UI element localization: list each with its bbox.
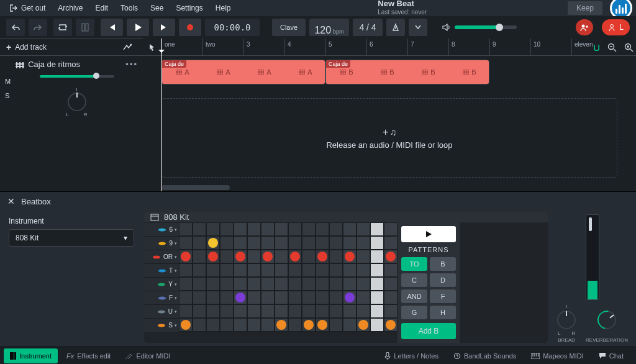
seq-cell[interactable]	[179, 318, 193, 332]
seq-cell[interactable]	[179, 263, 193, 277]
seq-cell[interactable]	[275, 304, 288, 318]
seq-cell[interactable]	[316, 222, 329, 236]
menu-tools[interactable]: Tools	[114, 0, 144, 16]
seq-cell[interactable]	[357, 236, 370, 250]
master-volume[interactable]	[442, 24, 517, 31]
tab-chat[interactable]: Chat	[593, 348, 630, 363]
keep-button[interactable]: Keep	[568, 1, 602, 15]
seq-cell[interactable]	[343, 250, 357, 263]
seq-cell[interactable]	[329, 318, 343, 332]
pattern-B[interactable]: B	[430, 257, 456, 271]
seq-cell[interactable]	[261, 250, 275, 263]
seq-cell[interactable]	[275, 263, 288, 277]
ruler[interactable]: onetwo345678910eleven	[143, 39, 636, 56]
clave-button[interactable]: Clave	[272, 19, 306, 36]
seq-cell[interactable]	[384, 222, 398, 236]
seq-cell[interactable]	[275, 277, 288, 291]
seq-cell[interactable]	[370, 222, 384, 236]
drop-zone[interactable]: +♫ Release an audio / MIDI file or loop	[161, 98, 617, 178]
seq-row-label[interactable]: U▾	[144, 304, 179, 318]
seq-cell[interactable]	[316, 318, 329, 332]
seq-cell[interactable]	[206, 263, 220, 277]
seq-cell[interactable]	[193, 304, 206, 318]
seq-cell[interactable]	[329, 291, 343, 304]
zoom-in-button[interactable]	[624, 43, 634, 52]
seq-cell[interactable]	[261, 304, 275, 318]
seq-cell[interactable]	[261, 291, 275, 304]
seq-cell[interactable]	[179, 222, 193, 236]
seq-cell[interactable]	[220, 291, 234, 304]
tuner-button[interactable]	[386, 19, 405, 36]
output-fader[interactable]	[589, 217, 592, 231]
add-pattern-button[interactable]: Add B	[401, 323, 456, 339]
seq-cell[interactable]	[220, 222, 234, 236]
pattern-play-button[interactable]	[401, 226, 456, 242]
seq-cell[interactable]	[343, 236, 357, 250]
menu-settings[interactable]: Settings	[170, 0, 209, 16]
seq-cell[interactable]	[247, 222, 261, 236]
seq-cell[interactable]	[247, 236, 261, 250]
tab-letters-notes[interactable]: Letters / Notes	[378, 348, 445, 363]
seq-cell[interactable]	[302, 263, 316, 277]
seq-cell[interactable]	[206, 304, 220, 318]
seq-cell[interactable]	[384, 318, 398, 332]
snap-button[interactable]: U	[593, 42, 600, 53]
seq-cell[interactable]	[193, 291, 206, 304]
seq-cell[interactable]	[234, 236, 247, 250]
skip-end-button[interactable]	[153, 19, 175, 36]
seq-cell[interactable]	[220, 250, 234, 263]
seq-cell[interactable]	[220, 318, 234, 332]
seq-cell[interactable]	[206, 318, 220, 332]
seq-cell[interactable]	[343, 222, 357, 236]
seq-cell[interactable]	[302, 277, 316, 291]
seq-cell[interactable]	[302, 291, 316, 304]
tab-instrument[interactable]: Instrument	[4, 348, 58, 363]
seq-cell[interactable]	[343, 291, 357, 304]
tab-sounds[interactable]: BandLab Sounds	[447, 348, 522, 363]
seq-cell[interactable]	[288, 222, 302, 236]
seq-cell[interactable]	[370, 291, 384, 304]
seq-cell[interactable]	[234, 222, 247, 236]
seq-cell[interactable]	[288, 263, 302, 277]
seq-cell[interactable]	[193, 250, 206, 263]
seq-row-label[interactable]: S▾	[144, 318, 179, 332]
bpm-field[interactable]: 120bpm	[309, 19, 349, 36]
seq-cell[interactable]	[288, 318, 302, 332]
seq-cell[interactable]	[220, 277, 234, 291]
solo-button[interactable]: S	[5, 92, 11, 99]
record-button[interactable]	[179, 19, 201, 36]
seq-cell[interactable]	[193, 318, 206, 332]
undo-button[interactable]	[6, 19, 25, 36]
seq-cell[interactable]	[370, 304, 384, 318]
timesig-field[interactable]: 4 / 4	[353, 19, 383, 36]
instrument-select[interactable]: 808 Kit ▾	[9, 229, 134, 247]
seq-cell[interactable]	[329, 236, 343, 250]
seq-cell[interactable]	[329, 263, 343, 277]
skip-start-button[interactable]	[101, 19, 123, 36]
pattern-C[interactable]: C	[401, 273, 427, 287]
seq-cell[interactable]	[357, 277, 370, 291]
seq-cell[interactable]	[288, 277, 302, 291]
seq-cell[interactable]	[234, 291, 247, 304]
seq-cell[interactable]	[234, 318, 247, 332]
zoom-out-button[interactable]	[607, 43, 617, 52]
seq-cell[interactable]	[357, 263, 370, 277]
seq-cell[interactable]	[302, 236, 316, 250]
tab-midi-editor[interactable]: Editor MIDI	[119, 348, 176, 363]
track-more-icon[interactable]: •••	[125, 60, 138, 69]
seq-cell[interactable]	[275, 222, 288, 236]
seq-cell[interactable]	[370, 263, 384, 277]
seq-row-label[interactable]: F▾	[144, 291, 179, 304]
seq-cell[interactable]	[193, 263, 206, 277]
pattern-G[interactable]: G	[401, 306, 427, 319]
menu-edit[interactable]: Edit	[89, 0, 114, 16]
seq-cell[interactable]	[329, 222, 343, 236]
close-beatbox-button[interactable]: ✕	[7, 196, 15, 206]
timecode[interactable]: 00:00.0	[205, 19, 260, 36]
pattern-TO[interactable]: TO	[401, 257, 427, 271]
metronome-button[interactable]	[76, 19, 94, 36]
play-button[interactable]	[127, 19, 149, 36]
seq-cell[interactable]	[275, 236, 288, 250]
timeline-scrollbar[interactable]	[143, 184, 636, 191]
seq-cell[interactable]	[357, 222, 370, 236]
